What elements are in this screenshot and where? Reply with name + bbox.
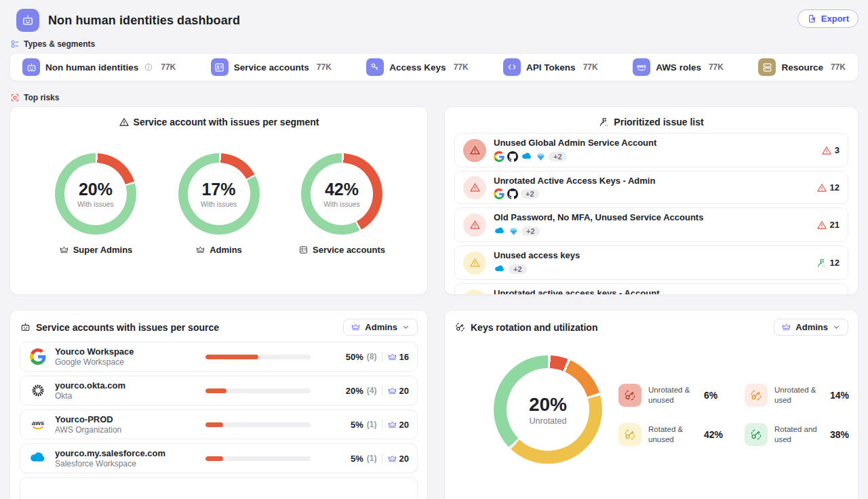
source-row-clipped[interactable] — [20, 477, 418, 499]
page-header: Non human identities dashboard — [0, 0, 868, 38]
issue-count: 3 — [821, 145, 840, 156]
legend-item: Rotated andused 38% — [745, 423, 849, 446]
issue-count: (4) — [367, 386, 377, 395]
warning-icon — [469, 182, 481, 193]
segment-card-api-tokens[interactable]: API Tokens 77K — [503, 58, 598, 76]
donut-sublabel: With issues — [77, 200, 114, 208]
donut-admins: 17% With issues Admins — [166, 153, 272, 255]
donut-label: Admins — [195, 245, 242, 255]
source-row[interactable]: Yourco Workspace Google Workspace 50% (8… — [20, 342, 418, 372]
warning-icon — [469, 257, 481, 268]
legend-item: Unrotated &used 14% — [745, 384, 849, 407]
issue-pct: 5% — [351, 420, 363, 430]
sources-panel: Service accounts with issues per source … — [9, 310, 428, 499]
issue-title: Unused access keys — [494, 250, 809, 260]
warning-icon — [816, 220, 827, 231]
flag-summit-icon — [816, 258, 827, 268]
issue-sources: +2 — [494, 151, 814, 163]
segment-card-service-accounts[interactable]: Service accounts 77K — [211, 58, 332, 76]
donut-sublabel: With issues — [201, 200, 237, 208]
robot-icon — [20, 321, 31, 333]
source-row[interactable]: yourco.my.salesforce.com Salesforce Work… — [20, 443, 418, 473]
target-icon — [10, 93, 20, 102]
issue-sources: +2 — [494, 188, 809, 199]
issue-row[interactable]: Unused access keys +2 12 — [454, 245, 848, 280]
google-icon — [28, 348, 47, 365]
chevron-down-icon — [832, 323, 841, 332]
legend-value: 14% — [830, 390, 849, 401]
issue-row[interactable]: Unrotated active access keys - Account +… — [454, 283, 848, 295]
segment-card-resource[interactable]: Resource 77K — [758, 58, 846, 76]
more-sources-chip: +2 — [509, 264, 527, 274]
segment-filter-dropdown[interactable]: Admins — [774, 319, 848, 336]
prioritized-issue-panel: Prioritized issue list Unused Global Adm… — [444, 106, 859, 295]
issue-bar-fill — [205, 355, 258, 359]
issue-row[interactable]: Old Password, No MFA, Unused Service Acc… — [454, 207, 848, 242]
more-sources-chip: +2 — [521, 189, 539, 199]
warning-icon — [821, 145, 832, 156]
admins-count: 20 — [387, 420, 409, 430]
id-card-icon — [211, 58, 229, 76]
donut-super-admins: 20% With issues Super Admins — [43, 153, 149, 255]
issue-count: 12 — [816, 258, 840, 268]
source-name: Yourco-PROD — [55, 414, 198, 424]
bottom-row: Service accounts with issues per source … — [0, 310, 868, 499]
crown-icon — [351, 322, 361, 332]
sources-panel-title: Service accounts with issues per source — [20, 321, 219, 333]
source-row[interactable]: Yourco-PROD AWS Organization 5% (1) 20 — [20, 410, 418, 439]
issue-count: (8) — [367, 352, 377, 361]
aws-icon — [28, 416, 47, 433]
severity-badge — [463, 176, 486, 199]
donut-sublabel: Unrotated — [530, 416, 567, 426]
info-icon[interactable] — [144, 62, 153, 72]
flag-summit-icon — [599, 117, 610, 127]
donut-service-accounts: 42% With issues Service accounts — [289, 153, 395, 255]
donut-label: Service accounts — [298, 245, 385, 255]
issue-title: Unrotated Active Access Keys - Admin — [494, 176, 809, 186]
page-title: Non human identities dashboard — [48, 14, 240, 28]
severity-badge — [463, 139, 486, 162]
issue-count: (1) — [367, 420, 377, 429]
legend-value: 6% — [704, 390, 717, 401]
google-icon — [494, 151, 505, 162]
issue-row[interactable]: Unused Global Admin Service Account +2 3 — [454, 133, 848, 167]
warning-icon — [816, 182, 827, 193]
source-type: Okta — [55, 391, 198, 401]
segments-icon — [10, 39, 20, 49]
issue-bar-fill — [205, 388, 226, 393]
legend-item: Rotated &unused 42% — [618, 423, 723, 446]
sources-list: Yourco Workspace Google Workspace 50% (8… — [10, 342, 427, 499]
issue-title: Unrotated active access keys - Account — [494, 288, 809, 295]
export-button[interactable]: Export — [797, 9, 859, 28]
database-icon — [758, 58, 776, 76]
segment-donuts: 20% With issues Super Admins 17% With is… — [10, 153, 427, 255]
github-icon — [507, 188, 518, 199]
keys-legend: Unrotated &unused 6% Unrotated &used 14%… — [618, 384, 849, 446]
segment-card-non-human-identities[interactable]: Non human identities 77K — [22, 58, 176, 76]
donut-value: 20% — [529, 394, 567, 416]
segment-card-access-keys[interactable]: Access Keys 77K — [366, 58, 468, 76]
issue-sources: +2 — [494, 225, 809, 237]
donut-sublabel: With issues — [323, 200, 360, 208]
issue-bar-track — [205, 355, 311, 359]
issue-row[interactable]: Unrotated Active Access Keys - Admin +2 … — [454, 171, 848, 204]
key-rotation-icon — [618, 423, 642, 446]
source-row[interactable]: yourco.okta.com Okta 20% (4) 20 — [20, 376, 418, 405]
issue-sources: +2 — [494, 263, 809, 275]
issue-bar-fill — [205, 456, 223, 461]
issue-pct: 5% — [351, 454, 363, 464]
source-type: Salesforce Workspace — [55, 459, 198, 468]
types-segments-label: Types & segments — [10, 39, 868, 49]
severity-badge — [463, 214, 486, 237]
segments-bar: Non human identities 77K Service account… — [9, 53, 859, 81]
segment-filter-dropdown[interactable]: Admins — [343, 319, 418, 336]
admins-count: 20 — [387, 386, 409, 396]
donut-value: 17% — [201, 180, 235, 199]
robot-icon — [21, 14, 35, 27]
top-risks-label: Top risks — [10, 93, 868, 102]
warning-icon — [119, 117, 130, 127]
segment-card-aws-roles[interactable]: AWS roles 77K — [633, 58, 724, 76]
source-type: AWS Organization — [55, 425, 198, 435]
warning-icon — [469, 219, 481, 231]
chevron-down-icon — [401, 323, 410, 332]
